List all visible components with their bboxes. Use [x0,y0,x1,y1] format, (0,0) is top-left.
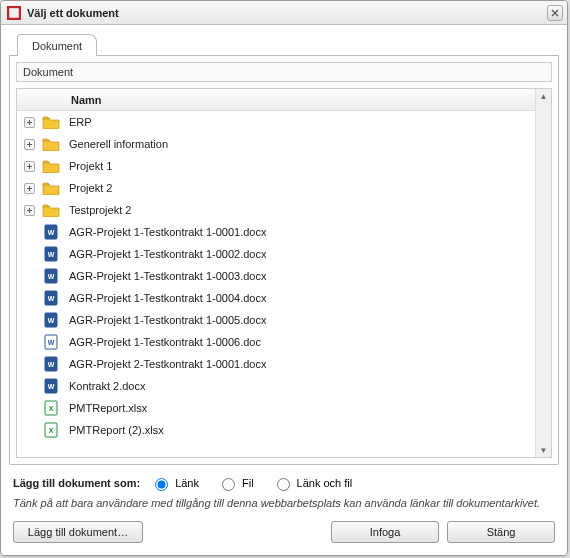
scroll-down-arrow-icon[interactable]: ▼ [536,443,551,457]
svg-text:X: X [49,427,54,434]
item-name: PMTReport (2).xlsx [65,424,535,436]
word-docx-icon: W [37,268,65,284]
svg-text:W: W [48,317,55,324]
expand-icon[interactable] [21,139,37,150]
app-logo-icon [7,6,21,20]
radio-option-link[interactable]: Länk [150,475,199,491]
word-docx-icon: W [37,312,65,328]
item-name: AGR-Projekt 1-Testkontrakt 1-0001.docx [65,226,535,238]
radio-label: Länk och fil [297,477,353,489]
tree-row[interactable]: WAGR-Projekt 1-Testkontrakt 1-0002.docx [17,243,535,265]
tree-row[interactable]: XPMTReport (2).xlsx [17,419,535,441]
tree-row[interactable]: Projekt 1 [17,155,535,177]
bottom-section: Lägg till dokument som: Länk Fil Länk oc… [9,465,559,547]
dialog-content: Dokument Dokument Namn ERPGenerell infor… [1,25,567,555]
folder-icon [37,159,65,173]
tree-row[interactable]: Projekt 2 [17,177,535,199]
item-name: Projekt 1 [65,160,535,172]
svg-text:W: W [48,339,55,346]
item-name: AGR-Projekt 2-Testkontrakt 1-0001.docx [65,358,535,370]
column-header-name: Namn [67,94,102,106]
expand-icon[interactable] [21,117,37,128]
excel-icon: X [37,422,65,438]
radio-input-link-and-file[interactable] [277,478,290,491]
svg-rect-0 [8,7,20,19]
tree-row[interactable]: WAGR-Projekt 1-Testkontrakt 1-0001.docx [17,221,535,243]
svg-text:W: W [48,229,55,236]
scroll-up-arrow-icon[interactable]: ▲ [536,89,551,103]
folder-icon [37,181,65,195]
svg-text:X: X [49,405,54,412]
word-docx-icon: W [37,356,65,372]
svg-text:W: W [48,251,55,258]
word-docx-icon: W [37,290,65,306]
radio-label: Länk [175,477,199,489]
svg-text:W: W [48,295,55,302]
folder-icon [37,203,65,217]
hint-text: Tänk på att bara användare med tillgång … [13,497,555,509]
tree-row[interactable]: Generell information [17,133,535,155]
vertical-scrollbar[interactable]: ▲ ▼ [535,89,551,457]
radio-option-file[interactable]: Fil [217,475,254,491]
document-panel: Dokument Namn ERPGenerell informationPro… [9,55,559,465]
folder-icon [37,115,65,129]
word-docx-icon: W [37,246,65,262]
svg-text:W: W [48,361,55,368]
tree-row[interactable]: WAGR-Projekt 1-Testkontrakt 1-0004.docx [17,287,535,309]
title-bar: Välj ett dokument [1,1,567,25]
tree-row[interactable]: XPMTReport.xlsx [17,397,535,419]
item-name: AGR-Projekt 1-Testkontrakt 1-0004.docx [65,292,535,304]
item-name: Testprojekt 2 [65,204,535,216]
window-title: Välj ett dokument [27,7,547,19]
tree-row[interactable]: WKontrakt 2.docx [17,375,535,397]
button-row: Lägg till dokument… Infoga Stäng [13,521,555,547]
insert-button[interactable]: Infoga [331,521,439,543]
add-as-radio-group: Lägg till dokument som: Länk Fil Länk oc… [13,475,555,491]
item-name: Projekt 2 [65,182,535,194]
tree-row[interactable]: Testprojekt 2 [17,199,535,221]
panel-title: Dokument [16,62,552,82]
item-name: AGR-Projekt 1-Testkontrakt 1-0002.docx [65,248,535,260]
tree-row[interactable]: WAGR-Projekt 1-Testkontrakt 1-0005.docx [17,309,535,331]
add-as-prompt: Lägg till dokument som: [13,477,140,489]
close-button[interactable] [547,5,563,21]
close-icon [551,9,559,17]
add-document-button[interactable]: Lägg till dokument… [13,521,143,543]
radio-label: Fil [242,477,254,489]
word-doc-icon: W [37,334,65,350]
item-name: PMTReport.xlsx [65,402,535,414]
tree-row[interactable]: WAGR-Projekt 1-Testkontrakt 1-0003.docx [17,265,535,287]
tab-dokument[interactable]: Dokument [17,34,97,56]
column-header-row: Namn [17,89,535,111]
word-docx-icon: W [37,224,65,240]
expand-icon[interactable] [21,161,37,172]
close-dialog-button[interactable]: Stäng [447,521,555,543]
expand-icon[interactable] [21,205,37,216]
item-name: AGR-Projekt 1-Testkontrakt 1-0005.docx [65,314,535,326]
svg-text:W: W [48,273,55,280]
folder-icon [37,137,65,151]
item-name: AGR-Projekt 1-Testkontrakt 1-0003.docx [65,270,535,282]
item-name: AGR-Projekt 1-Testkontrakt 1-0006.doc [65,336,535,348]
tree-rows: ERPGenerell informationProjekt 1Projekt … [17,111,535,457]
tree-row[interactable]: ERP [17,111,535,133]
radio-input-file[interactable] [222,478,235,491]
excel-icon: X [37,400,65,416]
document-tree: Namn ERPGenerell informationProjekt 1Pro… [16,88,552,458]
item-name: Generell information [65,138,535,150]
tab-strip: Dokument [9,33,559,55]
tree-row[interactable]: WAGR-Projekt 2-Testkontrakt 1-0001.docx [17,353,535,375]
radio-input-link[interactable] [155,478,168,491]
dialog-window: Välj ett dokument Dokument Dokument Namn… [0,0,568,556]
item-name: Kontrakt 2.docx [65,380,535,392]
word-docx-icon: W [37,378,65,394]
tree-row[interactable]: WAGR-Projekt 1-Testkontrakt 1-0006.doc [17,331,535,353]
expand-icon[interactable] [21,183,37,194]
radio-option-link-and-file[interactable]: Länk och fil [272,475,353,491]
item-name: ERP [65,116,535,128]
tree-column: Namn ERPGenerell informationProjekt 1Pro… [17,89,535,457]
svg-text:W: W [48,383,55,390]
